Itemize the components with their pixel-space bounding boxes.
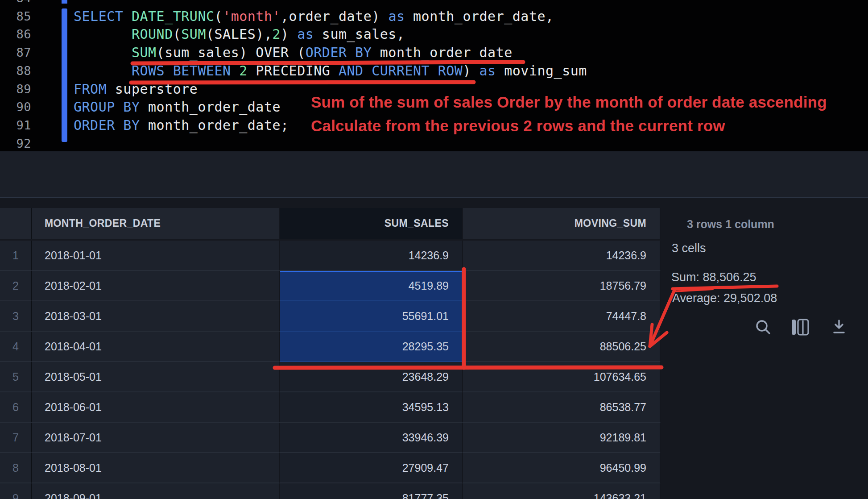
- line-number: 88: [0, 64, 31, 78]
- download-icon: [831, 319, 847, 336]
- column-header-sum-sales[interactable]: SUM_SALES: [280, 208, 463, 239]
- search-icon: [755, 319, 772, 336]
- moving-sum-cell[interactable]: 143633.21: [463, 483, 661, 499]
- month-order-date-cell[interactable]: 2018-07-01: [32, 423, 280, 453]
- line-number: 85: [0, 9, 31, 23]
- column-header-moving-sum[interactable]: MOVING_SUM: [463, 208, 661, 239]
- moving-sum-cell[interactable]: 107634.65: [463, 362, 661, 392]
- sum-sales-cell[interactable]: 81777.35: [280, 483, 463, 499]
- columns-icon: [791, 319, 810, 336]
- sql-worksheet: 8485SELECT DATE_TRUNC('month',order_date…: [0, 0, 868, 499]
- month-order-date-cell[interactable]: 2018-08-01: [32, 453, 280, 483]
- row-index-cell[interactable]: 5: [0, 362, 32, 392]
- row-index-cell[interactable]: 2: [0, 271, 32, 301]
- row-index-cell[interactable]: 9: [0, 483, 32, 499]
- month-order-date-cell[interactable]: 2018-01-01: [32, 241, 280, 271]
- toolbar-divider: [0, 197, 868, 198]
- line-number: 86: [0, 27, 31, 41]
- code-line: 84: [0, 0, 868, 7]
- sum-sales-cell[interactable]: 28295.35: [280, 332, 463, 362]
- code-line: 85SELECT DATE_TRUNC('month',order_date) …: [0, 7, 868, 25]
- row-index-cell[interactable]: 7: [0, 423, 32, 453]
- results-toolbar: Results Chart: [0, 151, 868, 198]
- row-index-cell[interactable]: 6: [0, 392, 32, 423]
- column-header-month-order-date[interactable]: MONTH_ORDER_DATE: [32, 208, 280, 239]
- row-index-cell[interactable]: 3: [0, 301, 32, 332]
- code-line: 88 ROWS BETWEEN 2 PRECEDING AND CURRENT …: [0, 62, 868, 80]
- sum-sales-cell[interactable]: 14236.9: [280, 241, 463, 271]
- table-row: 12018-01-0114236.914236.9: [0, 241, 661, 271]
- columns-button[interactable]: [791, 318, 810, 337]
- sum-sales-cell[interactable]: 27909.47: [280, 453, 463, 483]
- moving-sum-cell[interactable]: 96450.99: [463, 453, 661, 483]
- sum-sales-cell[interactable]: 4519.89: [280, 271, 463, 301]
- line-number: 87: [0, 46, 31, 59]
- moving-sum-cell[interactable]: 14236.9: [463, 241, 661, 271]
- row-index-cell[interactable]: 8: [0, 453, 32, 483]
- sum-sales-cell[interactable]: 55691.01: [280, 301, 463, 332]
- month-order-date-cell[interactable]: 2018-06-01: [32, 392, 280, 423]
- month-order-date-cell[interactable]: 2018-09-01: [32, 483, 280, 499]
- annotation-text-1: Sum of the sum of sales Order by the mon…: [311, 93, 827, 111]
- row-index-cell[interactable]: 4: [0, 332, 32, 362]
- sum-sales-cell[interactable]: 23648.29: [280, 362, 463, 392]
- download-button[interactable]: [830, 318, 848, 337]
- line-number: 90: [0, 100, 31, 114]
- month-order-date-cell[interactable]: 2018-03-01: [32, 301, 280, 332]
- line-number: 84: [0, 0, 31, 5]
- selection-dimensions: 3 rows 1 column: [687, 218, 774, 231]
- month-order-date-cell[interactable]: 2018-04-01: [32, 332, 280, 362]
- annotation-text-2: Calculate from the previous 2 rows and t…: [311, 117, 725, 135]
- code-line: 92: [0, 134, 868, 151]
- sum-sales-cell[interactable]: 34595.13: [280, 392, 463, 423]
- code-line: 87 SUM(sum_sales) OVER (ORDER BY month_o…: [0, 43, 868, 62]
- line-number: 92: [0, 137, 31, 150]
- search-button[interactable]: [754, 318, 773, 337]
- table-row: 72018-07-0133946.3992189.81: [0, 423, 661, 453]
- moving-sum-cell[interactable]: 74447.8: [463, 301, 661, 332]
- table-row: 82018-08-0127909.4796450.99: [0, 453, 661, 483]
- table-row: 92018-09-0181777.35143633.21: [0, 483, 661, 499]
- selection-cell-count: 3 cells: [672, 241, 706, 255]
- selection-average: Average: 29,502.08: [672, 291, 777, 305]
- sum-sales-cell[interactable]: 33946.39: [280, 423, 463, 453]
- moving-sum-cell[interactable]: 18756.79: [463, 271, 661, 301]
- table-row: 52018-05-0123648.29107634.65: [0, 362, 661, 392]
- table-body: 12018-01-0114236.914236.922018-02-014519…: [0, 241, 661, 499]
- moving-sum-cell[interactable]: 86538.77: [463, 392, 661, 423]
- row-index-header[interactable]: [0, 208, 32, 239]
- table-row: 22018-02-014519.8918756.79: [0, 271, 661, 301]
- line-number: 89: [0, 82, 31, 96]
- table-row: 62018-06-0134595.1386538.77: [0, 392, 661, 423]
- table-row: 42018-04-0128295.3588506.25: [0, 332, 661, 362]
- annotation-sum-underline: [673, 286, 777, 289]
- line-number: 91: [0, 118, 31, 132]
- selection-sum: Sum: 88,506.25: [671, 270, 756, 284]
- month-order-date-cell[interactable]: 2018-02-01: [32, 271, 280, 301]
- table-header: MONTH_ORDER_DATE SUM_SALES MOVING_SUM: [0, 208, 661, 239]
- moving-sum-cell[interactable]: 92189.81: [463, 423, 661, 453]
- code-line: 86 ROUND(SUM(SALES),2) as sum_sales,: [0, 25, 868, 43]
- table-row: 32018-03-0155691.0174447.8: [0, 301, 661, 332]
- row-index-cell[interactable]: 1: [0, 241, 32, 271]
- month-order-date-cell[interactable]: 2018-05-01: [32, 362, 280, 392]
- moving-sum-cell[interactable]: 88506.25: [463, 332, 661, 362]
